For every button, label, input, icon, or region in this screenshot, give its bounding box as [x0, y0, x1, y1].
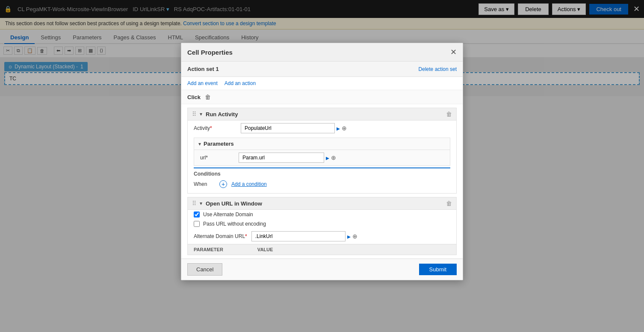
add-condition-plus-icon[interactable]: + [219, 180, 227, 188]
run-activity-header: ⠿ ▾ Run Activity 🗑 [188, 108, 456, 120]
open-url-header: ⠿ ▾ Open URL in Window 🗑 [188, 197, 456, 210]
activity-label: Activity* [194, 125, 236, 131]
delete-action-set-link[interactable]: Delete action set [419, 66, 457, 72]
params-chevron-icon[interactable]: ▾ [198, 141, 201, 147]
url-param-row: url* ▸ ⊕ [194, 150, 450, 165]
action-set-title: Action set 1 [187, 66, 219, 72]
open-url-title: Open URL in Window [206, 200, 443, 207]
run-activity-delete-icon[interactable]: 🗑 [446, 111, 452, 118]
parameters-section: ▾ Parameters url* ▸ ⊕ [194, 138, 450, 166]
activity-row: Activity* ▸ ⊕ [188, 120, 456, 136]
value-col-header: VALUE [257, 247, 273, 252]
parameter-col-header: PARAMETER [194, 247, 223, 252]
action-set-header: Action set 1 Delete action set [181, 62, 463, 77]
drag-handle-icon[interactable]: ⠿ [192, 111, 196, 118]
use-alt-domain-row: Use Alternate Domain [188, 210, 456, 219]
use-alt-domain-checkbox[interactable] [194, 212, 200, 217]
alt-domain-url-row: Alternate Domain URL* ▸ ⊕ [188, 229, 456, 244]
alt-domain-input[interactable] [251, 231, 346, 241]
modal-footer: Cancel Submit [181, 259, 463, 280]
modal-body[interactable]: Action set 1 Delete action set Add an ev… [181, 62, 463, 259]
add-action-link[interactable]: Add an action [225, 80, 256, 86]
conditions-label: Conditions [194, 168, 450, 179]
parameters-title: Parameters [204, 141, 234, 147]
event-action-row: Add an event Add an action [181, 77, 463, 90]
modal-overlay: Cell Properties ✕ Action set 1 Delete ac… [0, 0, 644, 332]
add-condition-link[interactable]: Add a condition [231, 181, 267, 187]
click-label: Click [187, 94, 201, 100]
open-url-delete-icon[interactable]: 🗑 [446, 200, 452, 207]
url-input[interactable] [239, 153, 324, 163]
alt-domain-arrow-icon[interactable]: ▸ [347, 232, 351, 241]
pass-url-label: Pass URL without encoding [203, 221, 266, 227]
activity-input-group: ▸ ⊕ [241, 123, 347, 133]
url-label: url* [200, 155, 234, 161]
run-activity-chevron-icon[interactable]: ▾ [200, 111, 202, 117]
url-input-group: ▸ ⊕ [239, 153, 336, 163]
open-url-chevron-icon[interactable]: ▾ [200, 200, 202, 206]
click-delete-icon[interactable]: 🗑 [204, 93, 212, 101]
alt-domain-input-group: ▸ ⊕ [251, 231, 357, 241]
run-activity-title: Run Activity [206, 111, 443, 118]
click-row: Click 🗑 [181, 90, 463, 104]
activity-target-icon[interactable]: ⊕ [342, 125, 347, 132]
url-arrow-icon[interactable]: ▸ [326, 154, 329, 162]
pass-url-checkbox[interactable] [194, 221, 200, 227]
conditions-section: Conditions When + Add a condition [194, 167, 450, 190]
modal-title: Cell Properties [187, 49, 233, 56]
add-event-link[interactable]: Add an event [187, 80, 218, 86]
modal-header: Cell Properties ✕ [181, 43, 463, 62]
when-row: When + Add a condition [194, 179, 450, 190]
submit-button[interactable]: Submit [419, 264, 457, 275]
activity-input[interactable] [241, 123, 335, 133]
alt-domain-label: Alternate Domain URL* [194, 233, 247, 239]
parameters-header: ▾ Parameters [194, 138, 450, 150]
param-value-header: PARAMETER VALUE [188, 244, 456, 255]
use-alt-domain-label: Use Alternate Domain [203, 212, 253, 217]
activity-arrow-icon[interactable]: ▸ [337, 124, 340, 132]
pass-url-row: Pass URL without encoding [188, 219, 456, 229]
open-url-drag-handle-icon[interactable]: ⠿ [192, 200, 196, 207]
open-url-block: ⠿ ▾ Open URL in Window 🗑 Use Alternate D… [187, 197, 457, 255]
cancel-button[interactable]: Cancel [187, 263, 222, 276]
url-target-icon[interactable]: ⊕ [331, 154, 336, 161]
when-label: When [194, 181, 215, 187]
cell-properties-modal: Cell Properties ✕ Action set 1 Delete ac… [181, 43, 463, 280]
run-activity-block: ⠿ ▾ Run Activity 🗑 Activity* ▸ ⊕ [187, 108, 457, 194]
modal-close-button[interactable]: ✕ [450, 47, 457, 57]
alt-domain-target-icon[interactable]: ⊕ [352, 233, 357, 240]
